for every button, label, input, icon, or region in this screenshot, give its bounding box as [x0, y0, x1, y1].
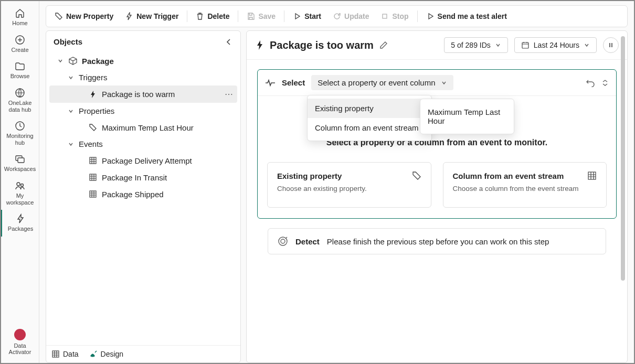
edit-title-button[interactable] [379, 40, 388, 50]
trash-icon [196, 12, 204, 20]
table-icon [51, 350, 60, 358]
bolt-icon [88, 90, 98, 99]
toolbar: New Property New Trigger Delete Save Sta… [46, 5, 628, 27]
chevron-down-icon [57, 58, 64, 64]
rail-activator-label: Data Activator [3, 342, 37, 356]
undo-button[interactable] [586, 79, 595, 87]
svg-rect-7 [383, 14, 387, 18]
scrollbar[interactable] [621, 36, 626, 341]
new-property-button[interactable]: New Property [49, 9, 119, 24]
bolt-icon [255, 39, 264, 51]
chevron-down-icon [495, 42, 501, 48]
plus-circle-icon [14, 34, 26, 46]
tree-node-triggers[interactable]: Triggers [49, 69, 237, 85]
svg-point-6 [21, 184, 24, 187]
flyout-existing-property[interactable]: Existing property [308, 99, 431, 118]
choice-existing-property[interactable]: Existing property Choose an existing pro… [267, 162, 431, 208]
tab-data[interactable]: Data [51, 350, 79, 358]
design-icon [89, 350, 98, 358]
property-subflyout: Maximum Temp Last Hour [420, 99, 514, 134]
svg-rect-12 [522, 42, 528, 48]
select-step-card: Select Select a property or event column [257, 69, 617, 219]
tab-design[interactable]: Design [89, 350, 124, 358]
rail-packages[interactable]: Packages [1, 210, 39, 237]
table-icon [88, 173, 98, 182]
flyout-column-event[interactable]: Column from an event stream [308, 118, 431, 137]
svg-point-5 [17, 183, 20, 186]
tag-icon [412, 171, 421, 180]
folder-icon [14, 60, 26, 72]
rail-data-activator[interactable]: Data Activator [1, 326, 39, 360]
workspaces-icon [14, 153, 26, 165]
monitoring-icon [14, 120, 26, 132]
objects-panel: Objects Package Triggers Pac [46, 30, 241, 363]
svg-rect-11 [52, 351, 59, 357]
tree-node-event-shipped[interactable]: Package Shipped [49, 186, 237, 202]
detect-text: Please finish the previous step before y… [327, 237, 549, 246]
svg-rect-9 [90, 174, 96, 180]
rail-myworkspace[interactable]: My workspace [1, 177, 39, 210]
chevron-down-icon [441, 80, 447, 86]
rail-workspaces[interactable]: Workspaces [1, 150, 39, 177]
chevron-down-icon [67, 74, 75, 81]
canvas: Package is too warm 5 of 289 IDs Last 24… [246, 30, 628, 363]
svg-point-15 [281, 239, 285, 243]
play-icon [426, 12, 435, 20]
rail-myworkspace-label: My workspace [3, 192, 37, 206]
tree-node-events[interactable]: Events [49, 136, 237, 152]
rail-onelake[interactable]: OneLake data hub [1, 84, 39, 117]
data-activator-icon [14, 329, 26, 340]
left-nav-rail: Home Create Browse OneLake data hub Moni… [1, 1, 39, 363]
onelake-icon [14, 87, 26, 99]
rail-onelake-label: OneLake data hub [3, 100, 37, 113]
delete-button[interactable]: Delete [190, 9, 235, 24]
tree-node-package[interactable]: Package [49, 52, 237, 69]
bolt-icon [125, 12, 133, 20]
rail-create-label: Create [11, 47, 28, 53]
chevron-down-icon [584, 42, 590, 48]
refresh-icon [333, 12, 341, 20]
collapse-panel-button[interactable] [225, 38, 233, 46]
myworkspace-icon [14, 180, 26, 191]
rail-packages-label: Packages [8, 226, 33, 232]
table-icon [88, 156, 98, 165]
new-trigger-button[interactable]: New Trigger [120, 9, 184, 24]
rail-monitoring[interactable]: Monitoring hub [1, 117, 39, 150]
save-button: Save [241, 9, 281, 24]
pause-button[interactable] [603, 37, 619, 53]
send-test-alert-button[interactable]: Send me a test alert [421, 9, 512, 24]
rail-browse[interactable]: Browse [1, 57, 39, 84]
chevron-down-icon [67, 108, 75, 114]
tree-node-event-transit[interactable]: Package In Transit [49, 169, 237, 186]
svg-rect-8 [90, 157, 96, 164]
select-property-dropdown[interactable]: Select a property or event column [311, 75, 453, 90]
detect-step-row: Detect Please finish the previous step b… [268, 228, 606, 254]
tag-icon [55, 12, 63, 20]
subflyout-item-maxtemp[interactable]: Maximum Temp Last Hour [420, 102, 514, 131]
home-icon [14, 7, 26, 19]
choice-column-event[interactable]: Column from an event stream Choose a col… [443, 162, 607, 208]
more-icon[interactable]: ⋯ [225, 89, 233, 99]
stop-button: Stop [375, 9, 414, 24]
property-flyout: Existing property Column from an event s… [307, 95, 432, 141]
table-icon [88, 189, 98, 199]
tree-node-prop-maxtemp[interactable]: Maximum Temp Last Hour [49, 119, 237, 136]
rail-create[interactable]: Create [1, 31, 39, 58]
select-step-label: Select [282, 78, 305, 87]
tree-node-properties[interactable]: Properties [49, 103, 237, 119]
tree-node-trigger-warm[interactable]: Package is too warm ⋯ [49, 85, 237, 103]
play-icon [293, 12, 301, 20]
svg-rect-4 [18, 158, 24, 163]
save-icon [247, 12, 255, 20]
detect-label: Detect [295, 237, 320, 246]
ids-dropdown[interactable]: 5 of 289 IDs [444, 37, 508, 53]
tree-node-event-delivery[interactable]: Package Delivery Attempt [49, 152, 237, 169]
time-range-dropdown[interactable]: Last 24 Hours [514, 37, 597, 53]
target-icon [278, 236, 288, 247]
update-button: Update [327, 9, 374, 24]
start-button[interactable]: Start [288, 9, 326, 24]
pulse-icon [265, 79, 276, 87]
rail-home[interactable]: Home [1, 4, 39, 31]
collapse-step-button[interactable] [601, 79, 609, 87]
svg-rect-10 [90, 191, 96, 197]
